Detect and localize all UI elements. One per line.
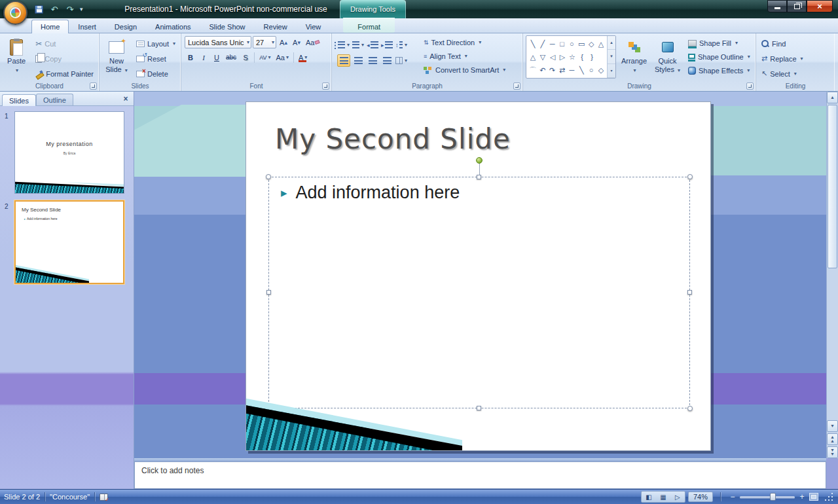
bullet-line[interactable]: ▸ Add information here bbox=[281, 183, 460, 203]
zoom-out-button[interactable]: − bbox=[728, 492, 737, 501]
tab-insert[interactable]: Insert bbox=[69, 20, 105, 33]
replace-button[interactable]: ⇄ Replace ▾ bbox=[759, 52, 806, 65]
shape-icon[interactable]: ○ bbox=[587, 63, 596, 77]
align-left-button[interactable] bbox=[337, 54, 350, 67]
shape-icon[interactable]: ▷ bbox=[558, 50, 567, 63]
tab-slides-thumbnails[interactable]: Slides bbox=[2, 94, 36, 106]
new-slide-button[interactable]: New Slide ▾ bbox=[102, 35, 131, 81]
convert-to-smartart-button[interactable]: Convert to SmartArt ▾ bbox=[421, 63, 508, 76]
bullet-text[interactable]: Add information here bbox=[296, 183, 460, 203]
scroll-down-button[interactable]: ▼ bbox=[827, 420, 838, 432]
resize-handle-bottom-right[interactable] bbox=[687, 406, 693, 411]
text-shadow-button[interactable]: S bbox=[240, 51, 251, 63]
tab-outline[interactable]: Outline bbox=[36, 94, 73, 105]
decrease-indent-button[interactable]: ◂ bbox=[366, 39, 379, 51]
shape-icon[interactable]: ◇ bbox=[596, 63, 606, 77]
shape-icon[interactable]: ╲ bbox=[577, 63, 586, 77]
close-button[interactable]: × bbox=[807, 0, 833, 12]
zoom-level[interactable]: 74% bbox=[688, 492, 713, 502]
numbering-button[interactable]: ▾ bbox=[352, 39, 365, 51]
font-name-combo[interactable]: Lucida Sans Unic▾ bbox=[185, 36, 251, 48]
arrange-button[interactable]: Arrange ▾ bbox=[619, 35, 649, 81]
gallery-scroll-up-button[interactable]: ▲ bbox=[608, 36, 615, 50]
tab-home[interactable]: Home bbox=[31, 20, 69, 33]
shape-icon[interactable]: ▭ bbox=[577, 37, 586, 50]
shape-icon[interactable]: ─ bbox=[548, 37, 557, 50]
shape-icon[interactable]: ◁ bbox=[548, 50, 557, 63]
text-direction-button[interactable]: ⇅ Text Direction ▾ bbox=[421, 36, 508, 48]
columns-button[interactable]: ▾ bbox=[395, 54, 408, 67]
shape-icon[interactable]: ╲ bbox=[528, 37, 537, 50]
slide-canvas[interactable]: My Second Slide ▸ Add information here bbox=[246, 101, 711, 451]
shape-icon[interactable]: ☆ bbox=[568, 50, 577, 63]
tab-view[interactable]: View bbox=[297, 20, 331, 33]
undo-button[interactable]: ↶ bbox=[48, 3, 60, 15]
shape-icon[interactable]: ╱ bbox=[538, 37, 547, 50]
line-spacing-button[interactable]: ↕▾ bbox=[395, 39, 408, 51]
shape-icon[interactable]: ○ bbox=[568, 37, 577, 50]
shape-icon[interactable]: △ bbox=[596, 37, 606, 50]
align-text-button[interactable]: ≡ Align Text ▾ bbox=[421, 50, 508, 62]
shape-outline-button[interactable]: Shape Outline ▾ bbox=[685, 50, 753, 63]
align-right-button[interactable] bbox=[366, 54, 379, 67]
save-button[interactable] bbox=[33, 3, 45, 15]
vertical-scrollbar[interactable]: ▲ ▼ ▲▲ ▼▼ bbox=[826, 92, 838, 458]
bullets-button[interactable]: ▾ bbox=[337, 39, 350, 51]
shape-icon[interactable]: ◇ bbox=[587, 37, 596, 50]
layout-button[interactable]: Layout ▾ bbox=[134, 37, 178, 50]
shape-icon[interactable]: □ bbox=[558, 37, 567, 50]
notes-pane[interactable]: Click to add notes bbox=[134, 461, 826, 489]
scrollbar-thumb[interactable] bbox=[828, 105, 837, 268]
underline-button[interactable]: U bbox=[211, 51, 223, 63]
slide-1-thumbnail[interactable]: My presentation By Erica bbox=[14, 111, 124, 194]
resize-handle-left[interactable] bbox=[266, 290, 271, 295]
character-spacing-button[interactable]: AV▾ bbox=[257, 51, 272, 63]
cut-button[interactable]: ✂ Cut bbox=[33, 37, 96, 50]
shape-fill-button[interactable]: Shape Fill ▾ bbox=[685, 37, 753, 49]
tab-slide-show[interactable]: Slide Show bbox=[200, 20, 255, 33]
quick-styles-button[interactable]: Quick Styles ▾ bbox=[652, 35, 683, 81]
zoom-slider-thumb[interactable] bbox=[770, 493, 776, 501]
scroll-up-button[interactable]: ▲ bbox=[827, 92, 838, 103]
paragraph-dialog-launcher[interactable] bbox=[513, 82, 520, 90]
shape-icon[interactable]: ▽ bbox=[538, 50, 547, 63]
resize-handle-top-left[interactable] bbox=[266, 174, 271, 179]
restore-button[interactable] bbox=[787, 0, 807, 12]
slide-2-thumbnail[interactable]: My Second Slide ▸ Add information here bbox=[14, 200, 124, 284]
office-button[interactable] bbox=[3, 1, 27, 25]
slide-title-text[interactable]: My Second Slide bbox=[275, 123, 511, 155]
normal-view-button[interactable]: ◧ bbox=[642, 492, 656, 502]
font-dialog-launcher[interactable] bbox=[322, 82, 329, 90]
justify-button[interactable] bbox=[380, 54, 393, 67]
shape-effects-button[interactable]: Shape Effects ▾ bbox=[685, 64, 753, 77]
bold-button[interactable]: B bbox=[185, 51, 196, 63]
pane-close-button[interactable]: × bbox=[121, 94, 130, 103]
rotation-handle[interactable] bbox=[476, 157, 483, 164]
strikethrough-button[interactable]: abc bbox=[224, 51, 238, 63]
shape-icon[interactable]: } bbox=[587, 50, 596, 63]
copy-button[interactable]: Copy bbox=[33, 52, 96, 65]
increase-indent-button[interactable]: ▸ bbox=[380, 39, 393, 51]
customize-qat-dropdown[interactable]: ▾ bbox=[80, 6, 83, 12]
zoom-slider[interactable] bbox=[740, 496, 795, 498]
tab-review[interactable]: Review bbox=[255, 20, 297, 33]
reset-button[interactable]: Reset bbox=[134, 52, 178, 65]
delete-button[interactable]: Delete bbox=[134, 67, 178, 81]
fit-slide-to-window-button[interactable] bbox=[809, 493, 818, 501]
gallery-scroll-down-button[interactable]: ▼ bbox=[608, 50, 615, 63]
tab-format[interactable]: Format bbox=[348, 20, 390, 33]
previous-slide-button[interactable]: ▲▲ bbox=[827, 433, 838, 445]
shape-icon[interactable]: { bbox=[577, 50, 587, 63]
find-button[interactable]: Find bbox=[759, 37, 806, 50]
font-size-combo[interactable]: 27▾ bbox=[253, 36, 276, 48]
resize-handle-top[interactable] bbox=[477, 175, 481, 179]
resize-grip[interactable] bbox=[824, 491, 834, 503]
theme-name[interactable]: "Concourse" bbox=[50, 493, 90, 501]
slide-indicator[interactable]: Slide 2 of 2 bbox=[4, 493, 40, 501]
shrink-font-button[interactable]: A▾ bbox=[291, 36, 302, 48]
content-placeholder[interactable]: ▸ Add information here bbox=[268, 177, 690, 408]
align-center-button[interactable] bbox=[352, 54, 365, 67]
slide-sorter-view-button[interactable]: ▦ bbox=[656, 492, 670, 502]
spell-check-icon[interactable] bbox=[100, 494, 108, 501]
drawing-tools-contextual-header[interactable]: Drawing Tools bbox=[340, 0, 406, 18]
